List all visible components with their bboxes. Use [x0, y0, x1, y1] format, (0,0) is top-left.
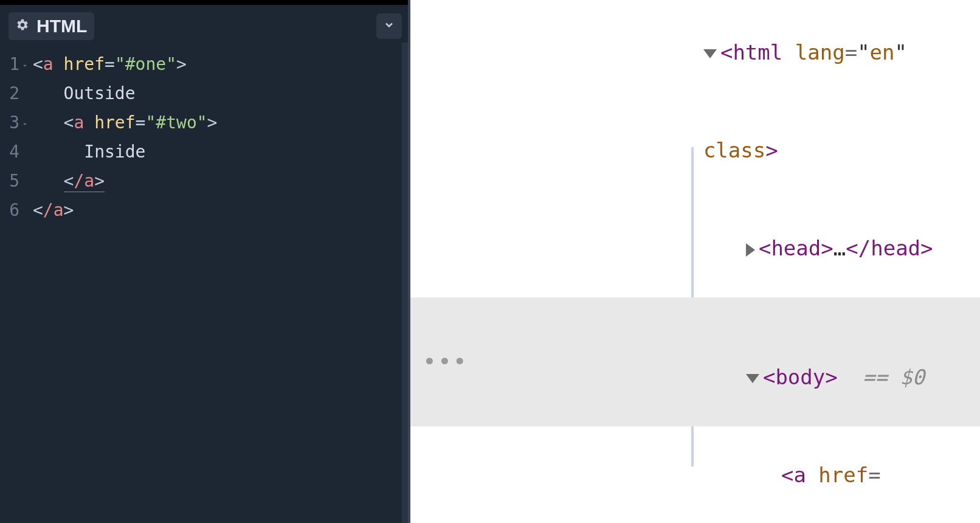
disclosure-open-icon[interactable] [746, 374, 759, 383]
line-gutter: 123456 [0, 47, 33, 523]
editor-header: HTML [0, 5, 410, 47]
code-line[interactable]: Inside [33, 137, 410, 167]
html-editor-panel: HTML 123456 <a href="#one"> Outside <a h… [0, 0, 410, 523]
panel-title: HTML [36, 16, 87, 36]
panel-collapse-button[interactable] [376, 13, 402, 39]
code-line[interactable]: Outside [33, 79, 410, 108]
code-line[interactable]: <a href="#two"> [33, 108, 410, 137]
code-lines[interactable]: <a href="#one"> Outside <a href="#two"> … [33, 47, 410, 523]
gutter-line: 6 [0, 196, 33, 225]
dom-node-a-one-open[interactable]: <a href= [410, 426, 980, 523]
gutter-line: 5 [0, 167, 33, 196]
more-actions-icon[interactable]: ••• [423, 345, 468, 379]
code-body: 123456 <a href="#one"> Outside <a href="… [0, 47, 410, 523]
disclosure-closed-icon[interactable] [746, 243, 755, 257]
disclosure-open-icon[interactable] [703, 49, 717, 58]
code-line[interactable]: </a> [33, 196, 410, 225]
code-line[interactable]: <a href="#one"> [33, 50, 410, 79]
dom-node-head[interactable]: <head>…</head> [410, 199, 980, 297]
gutter-line: 3 [0, 108, 33, 137]
dom-node-html-cont[interactable]: class> [410, 102, 980, 199]
fold-caret-icon[interactable] [21, 108, 29, 137]
dom-node-html[interactable]: <html lang="en" [410, 4, 980, 102]
panel-title-box[interactable]: HTML [9, 12, 94, 40]
devtools-elements-panel: <html lang="en" class> <head>…</head> ••… [410, 0, 980, 523]
editor-top-bar [0, 0, 410, 5]
gutter-line: 2 [0, 79, 33, 108]
dom-node-body-selected[interactable]: ••• <body> == $0 [410, 297, 980, 426]
fold-caret-icon[interactable] [21, 50, 29, 79]
gutter-line: 4 [0, 137, 33, 167]
chevron-down-icon [383, 19, 395, 33]
gutter-line: 1 [0, 50, 33, 79]
code-line[interactable]: </a> [33, 167, 410, 196]
gear-icon[interactable] [16, 18, 29, 34]
